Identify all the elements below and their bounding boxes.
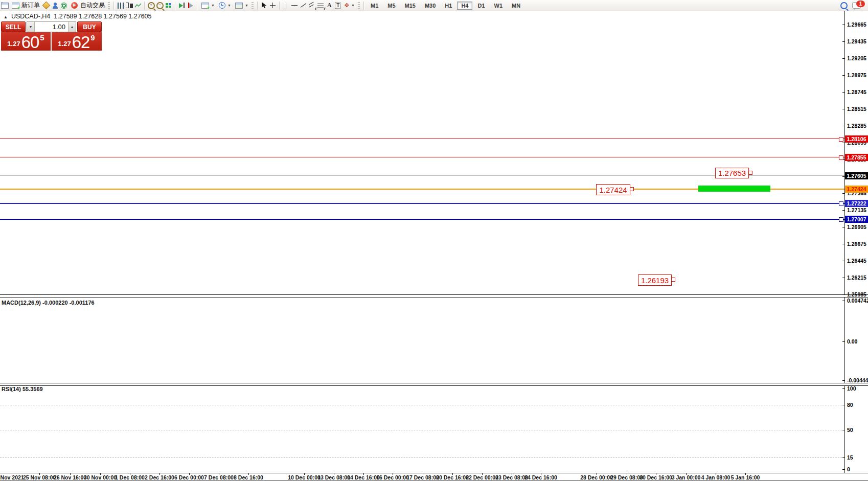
price-axis-tick: 1.29435 <box>847 38 866 44</box>
rsi-indicator-label: RSI(14) 55.3569 <box>2 386 43 392</box>
time-axis-label: 23 Dec 08:00 <box>495 474 528 480</box>
time-axis-label: 20 Dec 16:00 <box>436 474 469 480</box>
price-axis-tick: 1.26445 <box>847 258 866 264</box>
search-icon[interactable] <box>839 2 848 10</box>
mt4-window: + 新订单 自动交易 + − +▼ ▼ ▼ E F A T <box>0 0 868 481</box>
rsi-axis-tick: 100 <box>847 385 856 392</box>
chat-badge: 1 <box>856 1 865 7</box>
timeframe-m5[interactable]: M5 <box>383 2 399 10</box>
price-tick-dash <box>842 294 844 295</box>
macd-indicator-label: MACD(12,26,9) -0.000220 -0.001176 <box>2 300 95 306</box>
volume-increase-button[interactable]: ▲ <box>68 22 76 32</box>
volume-input[interactable]: 1.00 <box>35 22 68 32</box>
new-order-button[interactable]: + 新订单 <box>9 0 42 11</box>
candlestick-chart-type-icon[interactable] <box>125 2 133 10</box>
rsi-panel-splitter[interactable] <box>0 383 868 386</box>
time-axis-label: 30 Nov 00:00 <box>84 474 117 480</box>
cursor-tool-icon[interactable] <box>260 2 268 10</box>
timeframe-w1[interactable]: W1 <box>490 2 507 10</box>
price-divider <box>51 32 52 51</box>
price-line-label: 1.28106 <box>845 135 868 143</box>
price-axis-tick: 1.26905 <box>847 224 866 230</box>
price-chart-canvas[interactable] <box>0 11 844 294</box>
tile-windows-icon[interactable] <box>164 2 173 10</box>
supply-zone-rectangle[interactable] <box>698 186 770 192</box>
timeframe-h4[interactable]: H4 <box>457 2 472 10</box>
new-order-label: 新订单 <box>21 1 40 10</box>
price-annotation[interactable]: 1.26193 <box>638 274 672 286</box>
crosshair-tool-icon[interactable] <box>268 2 277 10</box>
chart-shift-icon[interactable] <box>186 2 195 10</box>
price-axis-tick: 1.29665 <box>847 21 866 28</box>
fibonacci-tool-icon[interactable]: F <box>316 2 325 10</box>
bar-chart-type-icon[interactable] <box>116 2 125 10</box>
text-tool-icon[interactable]: A <box>325 2 334 10</box>
auto-scroll-icon[interactable] <box>177 2 186 10</box>
macd-panel-canvas[interactable] <box>0 296 844 383</box>
arrows-tool-dropdown[interactable]: ✥▼ <box>342 0 357 11</box>
price-line-label: 1.27605 <box>845 172 868 179</box>
sell-price[interactable]: 1.27 60 5 <box>1 32 51 51</box>
timeframe-mn[interactable]: MN <box>508 2 524 10</box>
market-watch-icon[interactable] <box>51 2 59 10</box>
timeframe-h1[interactable]: H1 <box>441 2 456 10</box>
vertical-line-tool-icon[interactable] <box>282 2 290 10</box>
zoom-in-icon[interactable]: + <box>147 2 155 10</box>
price-tick-dash <box>842 41 844 42</box>
price-annotation[interactable]: 1.27653 <box>715 168 749 178</box>
annotation-anchor-square <box>748 171 752 175</box>
volume-decrease-button[interactable]: ▼ <box>27 22 35 32</box>
timeframe-m1[interactable]: M1 <box>367 2 382 10</box>
chart-window-icon[interactable] <box>1 2 9 10</box>
timeframe-m15[interactable]: M15 <box>401 2 420 10</box>
new-chart-dropdown[interactable]: +▼ <box>199 0 217 11</box>
autotrade-button[interactable]: 自动交易 <box>68 0 107 11</box>
timeframe-m30[interactable]: M30 <box>421 2 440 10</box>
price-line-label: 1.27424 <box>845 186 868 193</box>
chart-title: ▲ USDCAD-,H4 1.27589 1.27628 1.27569 1.2… <box>4 13 151 20</box>
rsi-axis-tick: 15 <box>847 454 853 461</box>
rsi-tick-dash <box>842 430 844 430</box>
autotrade-label: 自动交易 <box>80 1 105 10</box>
time-axis-label: 17 Dec 08:00 <box>406 474 439 480</box>
time-axis-label: 6 Dec 00:00 <box>174 474 204 480</box>
rsi-tick-dash <box>842 457 844 458</box>
price-tick-dash <box>842 244 844 244</box>
toolbar: + 新订单 自动交易 + − +▼ ▼ ▼ E F A T <box>0 0 868 11</box>
time-axis-label: 16 Dec 00:00 <box>376 474 409 480</box>
price-tick-dash <box>842 126 844 126</box>
price-axis-tick: 1.28975 <box>847 72 866 78</box>
metaeditor-icon[interactable] <box>42 2 51 10</box>
buy-button[interactable]: BUY <box>77 21 102 32</box>
chat-icon[interactable]: 1 <box>852 2 861 10</box>
horizontal-line-tool-icon[interactable] <box>290 2 299 10</box>
rsi-tick-dash <box>842 469 844 470</box>
price-line-label: 1.27855 <box>845 154 868 161</box>
price-annotation[interactable]: 1.27424 <box>596 184 630 195</box>
price-tick-dash <box>842 227 844 227</box>
sell-button[interactable]: SELL <box>1 21 26 32</box>
toolbar-grip[interactable] <box>108 2 110 9</box>
line-chart-type-icon[interactable] <box>133 2 142 10</box>
macd-panel-splitter[interactable] <box>0 294 868 297</box>
signals-icon[interactable] <box>59 2 68 10</box>
annotation-anchor-square <box>630 187 634 191</box>
trendline-tool-icon[interactable] <box>299 2 308 10</box>
toolbar-grip[interactable] <box>358 2 360 9</box>
toolbar-grip[interactable] <box>252 2 254 9</box>
price-tick-dash <box>842 25 844 25</box>
templates-dropdown[interactable]: ▼ <box>233 0 250 11</box>
price-tick-dash <box>842 278 844 278</box>
periods-dropdown[interactable]: ▼ <box>217 0 233 11</box>
timeframe-d1[interactable]: D1 <box>473 2 489 10</box>
buy-price[interactable]: 1.27 62 9 <box>52 32 101 51</box>
price-axis-tick: 1.29205 <box>847 55 866 61</box>
text-label-tool-icon[interactable]: T <box>334 2 342 10</box>
zoom-out-icon[interactable]: − <box>155 2 164 10</box>
time-axis-label: 2 Dec 16:00 <box>145 474 174 480</box>
price-axis-line <box>844 11 845 473</box>
rsi-panel-canvas[interactable] <box>0 385 844 473</box>
macd-tick-dash <box>842 301 844 301</box>
channel-tool-icon[interactable]: E <box>308 2 316 10</box>
price-tick-dash <box>842 176 844 177</box>
